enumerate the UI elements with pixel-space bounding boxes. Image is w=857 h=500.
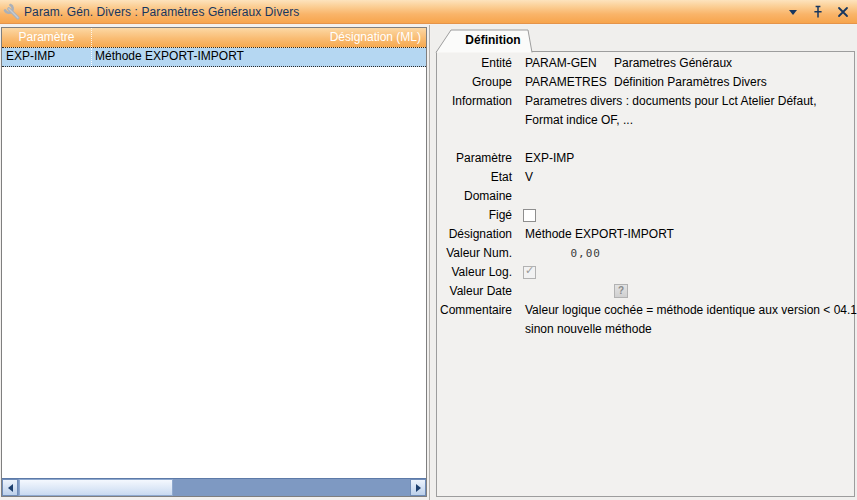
pin-icon: [811, 5, 825, 19]
panel-divider: [429, 25, 430, 500]
field-valeur-log: Valeur Log. ✓: [431, 263, 857, 282]
table-row[interactable]: EXP-IMP Méthode EXPORT-IMPORT: [2, 48, 426, 67]
field-fige: Figé: [431, 206, 857, 225]
etat-value: V: [525, 168, 533, 187]
scroll-right-button[interactable]: [410, 479, 426, 496]
scroll-left-button[interactable]: [2, 479, 18, 496]
panel-titlebar[interactable]: Param. Gén. Divers : Paramètres Généraux…: [0, 0, 857, 24]
close-icon: [837, 6, 849, 18]
scrollbar-thumb[interactable]: [19, 479, 173, 496]
designation-value: Méthode EXPORT-IMPORT: [525, 225, 674, 244]
field-information: Parametres divers : documents pour Lct A…: [431, 92, 857, 111]
tab-definition[interactable]: Définition: [457, 33, 529, 47]
cell-parametre: EXP-IMP: [2, 48, 92, 66]
fige-label: Figé: [431, 206, 512, 225]
valeur-num-value: 0,00: [525, 244, 601, 263]
information-label-text: Information: [431, 92, 512, 111]
close-button[interactable]: [835, 4, 851, 20]
entite-name: Parametres Généraux: [614, 54, 732, 73]
wrench-icon: [3, 3, 21, 21]
parameters-grid: Paramètre Désignation (ML) EXP-IMP Métho…: [1, 27, 427, 497]
field-designation: Désignation Méthode EXPORT-IMPORT: [431, 225, 857, 244]
check-icon: ✓: [525, 264, 534, 277]
detail-panel: Définition Entité PARAM-GEN Parametres G…: [431, 25, 857, 500]
field-commentaire-cont: sinon nouvelle méthode: [431, 320, 857, 339]
valeur-log-checkbox[interactable]: ✓: [523, 266, 536, 279]
valeur-date-label: Valeur Date: [431, 282, 512, 301]
parametre-value: EXP-IMP: [525, 149, 574, 168]
field-groupe: Groupe PARAMETRES Définition Paramètres …: [431, 73, 857, 92]
column-header-designation[interactable]: Désignation (ML): [92, 28, 426, 47]
designation-label: Désignation: [431, 225, 512, 244]
window-menu-button[interactable]: [785, 4, 801, 20]
valeur-log-label: Valeur Log.: [431, 263, 512, 282]
chevron-down-icon: [789, 10, 797, 15]
groupe-name: Définition Paramètres Divers: [614, 73, 767, 92]
scroll-right-icon: [416, 484, 421, 492]
valeur-num-label: Valeur Num.: [431, 244, 512, 263]
panel-title: Param. Gén. Divers : Paramètres Généraux…: [24, 5, 299, 19]
information-line2: Format indice OF, ...: [525, 111, 633, 130]
grid-header: Paramètre Désignation (ML): [2, 28, 426, 48]
field-domaine: Domaine: [431, 187, 857, 206]
field-etat: Etat V: [431, 168, 857, 187]
parametre-label: Paramètre: [431, 149, 512, 168]
groupe-label: Groupe: [431, 73, 512, 92]
field-valeur-date: Valeur Date ?: [431, 282, 857, 301]
fige-checkbox[interactable]: [523, 209, 536, 222]
scroll-left-icon: [8, 484, 13, 492]
groupe-code: PARAMETRES: [525, 73, 607, 92]
field-entite: Entité PARAM-GEN Parametres Généraux: [431, 54, 857, 73]
field-valeur-num: Valeur Num. 0,00: [431, 244, 857, 263]
date-picker-button[interactable]: ?: [614, 284, 628, 298]
field-parametre: Paramètre EXP-IMP: [431, 149, 857, 168]
entite-code: PARAM-GEN: [525, 54, 597, 73]
titlebar-buttons: [785, 0, 851, 24]
cell-designation: Méthode EXPORT-IMPORT: [92, 48, 426, 66]
entite-label: Entité: [431, 54, 512, 73]
horizontal-scrollbar[interactable]: [2, 478, 426, 496]
information-line1: Parametres divers : documents pour Lct A…: [525, 92, 816, 111]
scrollbar-track[interactable]: [173, 479, 410, 496]
etat-label: Etat: [431, 168, 512, 187]
commentaire-line2: sinon nouvelle méthode: [525, 320, 652, 339]
pin-button[interactable]: [810, 4, 826, 20]
grid-empty-area: [2, 67, 426, 478]
commentaire-label: Commentaire: [431, 301, 512, 320]
column-header-parametre[interactable]: Paramètre: [2, 28, 92, 47]
commentaire-line1: Valeur logique cochée = méthode identiqu…: [525, 301, 857, 320]
domaine-label: Domaine: [431, 187, 512, 206]
field-information-cont: Format indice OF, ...: [431, 111, 857, 130]
field-commentaire: Commentaire Valeur logique cochée = méth…: [431, 301, 857, 320]
